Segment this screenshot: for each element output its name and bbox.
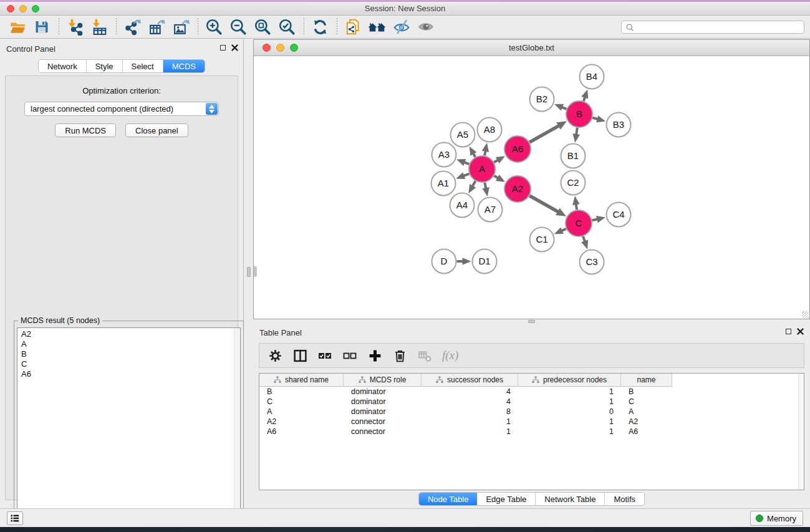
delete-table-icon-disabled [417,348,432,363]
refresh-layout-icon[interactable] [311,17,329,36]
table-cell: B [259,387,344,396]
export-image-icon[interactable] [171,17,190,36]
add-column-icon[interactable] [367,348,382,363]
canvas-scroll-stub[interactable] [254,266,257,277]
criterion-select-value: largest connected component (directed) [31,104,173,114]
export-network-icon[interactable] [123,17,142,36]
float-panel-icon[interactable] [220,45,226,51]
column-header-MCDS-role[interactable]: MCDS role [344,374,422,387]
table-row[interactable]: Bdominator41B [259,387,804,397]
network-window-title: testGlobe.txt [254,43,809,52]
zoom-selected-icon[interactable] [277,17,296,36]
graph-node-label: C2 [567,177,579,188]
graph-edge-arrowhead [482,143,489,152]
result-list-scrollbar[interactable] [234,328,240,532]
zoom-out-icon[interactable] [229,17,248,36]
hide-glasses-icon[interactable] [392,17,411,36]
graph-edge-arrowhead [554,104,564,111]
settings-gear-icon[interactable] [268,348,282,363]
float-panel-icon[interactable] [786,329,791,334]
tab-edge-table[interactable]: Edge Table [477,493,536,505]
tab-network[interactable]: Network [39,60,87,72]
result-list-item[interactable]: A6 [21,369,236,379]
table-cell: A2 [621,417,672,426]
window-resize-grip[interactable] [802,311,809,318]
column-header-name[interactable]: name [621,374,672,387]
column-header-successor-nodes[interactable]: successor nodes [422,374,518,387]
table-cell: connector [344,417,422,426]
table-cell: 1 [518,427,621,436]
graph-node-label: D1 [478,256,490,266]
column-panel-icon[interactable] [292,348,307,363]
result-list-item[interactable]: B [21,349,236,359]
memory-status-icon [756,515,763,522]
tab-style[interactable]: Style [87,60,123,72]
home-icon[interactable] [368,17,387,36]
graph-node-label: B [576,109,582,119]
clone-network-icon[interactable] [344,17,362,36]
tab-select[interactable]: Select [123,60,163,72]
graph-node-label: A6 [512,143,523,154]
optimization-criterion-label: Optimization criterion: [6,86,238,95]
graph-edge[interactable] [529,124,562,143]
close-panel-button[interactable]: Close panel [125,123,188,137]
table-scrollbar[interactable] [798,374,804,490]
tab-mcds[interactable]: MCDS [163,60,205,72]
graph-edge-arrowhead [573,133,580,143]
graph-node-label: B1 [567,150,579,161]
zoom-fit-icon[interactable] [253,17,272,36]
tab-network-table[interactable]: Network Table [536,493,605,505]
import-table-icon[interactable] [90,17,108,36]
table-cell: 4 [422,387,518,396]
select-stepper-icon [206,103,218,115]
table-cell: dominator [344,397,422,406]
column-header-predecessor-nodes[interactable]: predecessor nodes [518,374,621,387]
mcds-result-list[interactable]: A2ABCA6 [17,327,241,532]
save-session-icon[interactable] [32,17,51,36]
zoom-in-icon[interactable] [205,17,223,36]
result-list-item[interactable]: A2 [21,329,236,339]
graph-node-label: A4 [456,200,468,210]
import-network-icon[interactable] [65,17,84,36]
graph-edge[interactable] [529,196,561,214]
split-divider-vertical[interactable] [244,39,253,508]
main-toolbar [0,16,810,39]
close-panel-icon[interactable] [797,328,804,335]
run-mcds-button[interactable]: Run MCDS [55,123,116,137]
open-session-icon[interactable] [8,17,27,36]
tab-motifs[interactable]: Motifs [605,493,644,505]
toolbar-separator [116,18,117,36]
graph-edge-arrowhead [456,172,465,179]
table-row[interactable]: A6connector11A6 [259,427,804,437]
select-all-icon[interactable] [317,348,332,363]
table-row[interactable]: Cdominator41C [259,397,804,407]
criterion-select[interactable]: largest connected component (directed) [24,102,219,116]
toolbar-separator [337,18,337,36]
show-eye-icon[interactable] [417,17,435,36]
network-canvas[interactable]: B4B2BB3A8A5A6A3B1AC2A1A2A4A7C4CC1C3DD1 [254,56,809,319]
column-header-shared-name[interactable]: shared name [259,374,344,387]
graph-edge-arrowhead [572,196,579,205]
task-history-button[interactable] [7,511,23,525]
search-field[interactable] [621,21,804,34]
memory-label: Memory [767,514,796,523]
search-input[interactable] [637,23,804,32]
table-row[interactable]: A2connector11A2 [259,417,804,427]
export-table-icon[interactable] [147,17,166,36]
memory-button[interactable]: Memory [750,511,803,526]
graph-edge-arrowhead [456,159,466,166]
control-panel-header: Control Panel [0,39,243,57]
table-row[interactable]: Adominator80A [259,407,804,417]
result-list-item[interactable]: A [21,339,236,349]
split-handle[interactable] [247,267,251,277]
close-panel-icon[interactable] [231,44,238,51]
desktop-background-bottom [0,527,810,532]
delete-column-icon[interactable] [392,348,407,363]
result-list-item[interactable]: C [21,359,236,369]
network-view-window: testGlobe.txt B4B2BB3A8A5A6A3B1AC2A1A2A4… [253,39,810,319]
status-bar: Memory [0,508,810,527]
deselect-all-icon[interactable] [342,348,357,363]
graph-edge-arrowhead [463,258,471,265]
tab-node-table[interactable]: Node Table [419,493,478,505]
graph-edge-arrowhead [581,240,588,249]
